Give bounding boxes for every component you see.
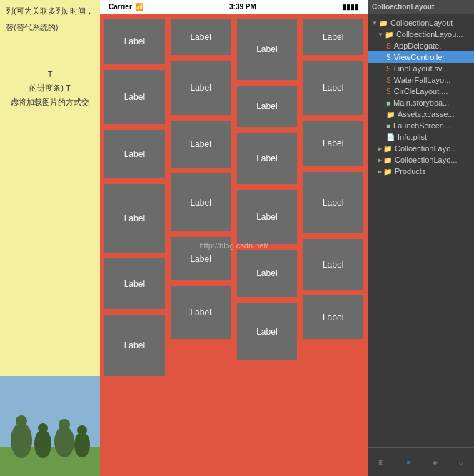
svg-point-2 [11, 422, 32, 458]
tree-item-label: ColloectionLayou... [396, 30, 463, 39]
tab-search[interactable]: ⌕ [456, 456, 465, 469]
triangle-icon: ▼ [372, 20, 378, 26]
tree-item-label: LaunchScreen... [393, 121, 450, 130]
list-item: Label [236, 131, 299, 186]
tree-item-assets[interactable]: 📁 Assets.xcasse... [368, 108, 474, 120]
time-display: 3:39 PM [229, 3, 256, 11]
tab-jump[interactable]: ⊞ [375, 456, 387, 469]
tree-item-label: Info.plist [398, 133, 427, 141]
wf-column-1: Label Label Label Label Label Label [169, 17, 233, 473]
list-item: Label [301, 171, 365, 235]
triangle-icon: ▶ [378, 157, 382, 163]
folder-icon: 📁 [383, 168, 392, 176]
xcode-tabs-bar: ⊞ ≡ ◈ ⌕ [368, 447, 474, 476]
battery-indicator: ▮▮▮▮ [342, 3, 359, 11]
tree-item-colloection-layout-root[interactable]: ▼ 📁 ColloectionLayout [368, 17, 474, 29]
plist-file-icon: 📄 [386, 133, 395, 141]
tree-item-colloection3[interactable]: ▶ 📁 ColloectionLayo... [368, 154, 474, 166]
note-text-5: 虑将加载图片的方式交 [6, 97, 94, 108]
note-text-3: T [6, 69, 94, 80]
tree-item-colloection2[interactable]: ▶ 📁 ColloectionLayo... [368, 143, 474, 154]
tree-item-label: LineLayout.sv... [394, 64, 448, 73]
tree-item-waterfalllayout[interactable]: S WaterFallLayo... [368, 74, 474, 86]
list-item: Label [103, 257, 166, 310]
phone-simulator: Carrier 📶 3:39 PM ▮▮▮▮ http://blog.csdn.… [100, 0, 368, 476]
tree-item-linelayout[interactable]: S LineLayout.sv... [368, 63, 474, 74]
list-item: Label [236, 84, 299, 128]
list-item: Label [301, 59, 365, 116]
file-tree[interactable]: ▼ 📁 ColloectionLayout ▼ 📁 ColloectionLay… [368, 14, 474, 447]
tree-item-mainstoryboard[interactable]: ■ Main.storyboa... [368, 97, 474, 108]
svg-point-8 [74, 432, 90, 457]
svg-point-4 [34, 430, 51, 458]
svg-point-9 [77, 425, 87, 435]
carrier-label: Carrier [109, 3, 132, 11]
wifi-icon: 📶 [135, 3, 143, 11]
list-item: Label [301, 119, 365, 168]
svg-point-6 [54, 426, 74, 457]
folder-icon: 📁 [385, 31, 393, 39]
collection-view: http://blog.csdn.net/ Label Label Label … [100, 14, 368, 476]
tree-item-label: WaterFallLayo... [394, 76, 451, 84]
list-item: Label [103, 69, 166, 126]
list-item: Label [103, 128, 166, 180]
swift-file-icon: S [386, 42, 391, 50]
note-text-1: 列(可为关联多列), 时间， [6, 6, 94, 16]
bird-illustration [0, 376, 100, 476]
xcode-file-tree-panel: ColloectionLayout ▼ 📁 ColloectionLayout … [368, 0, 474, 476]
note-text-4: 的进度条) T [6, 83, 94, 93]
tree-item-label: ColloectionLayo... [395, 144, 457, 153]
tab-files[interactable]: ≡ [403, 456, 413, 469]
folder-icon: 📁 [379, 19, 388, 27]
folder-icon: 📁 [383, 145, 392, 153]
triangle-icon: ▼ [378, 31, 383, 38]
tree-item-viewcontroller[interactable]: S ViewController [368, 51, 474, 63]
list-item: Label [169, 285, 233, 340]
triangle-icon: ▶ [378, 146, 382, 152]
tree-item-label: ViewController [394, 53, 445, 61]
file-tree-title: ColloectionLayout [372, 3, 434, 11]
svg-point-7 [59, 419, 70, 430]
tree-item-label: Products [395, 167, 425, 176]
swift-file-icon: S [386, 65, 391, 73]
storyboard-file-icon: ■ [386, 99, 390, 107]
waterfall-layout: Label Label Label Label Label Label Labe… [100, 14, 368, 476]
tree-item-launchscreen[interactable]: ■ LaunchScreen... [368, 120, 474, 131]
tree-item-label: ColloectionLayout [390, 19, 453, 27]
list-item: Label [301, 17, 365, 56]
list-item: Label [236, 17, 299, 81]
folder-icon: 📁 [383, 156, 392, 164]
list-item: Label [103, 313, 166, 378]
tree-item-colloection-layout-group[interactable]: ▼ 📁 ColloectionLayou... [368, 29, 474, 40]
list-item: Label [301, 294, 365, 340]
list-item: Label [236, 188, 299, 245]
svg-point-3 [16, 415, 27, 427]
list-item: Label [103, 183, 166, 254]
list-item: Label [169, 236, 233, 282]
swift-file-icon: S [386, 76, 391, 84]
tree-item-infoplist[interactable]: 📄 Info.plist [368, 131, 474, 143]
tree-item-appdelegate[interactable]: S AppDelegate. [368, 40, 474, 51]
swift-file-icon: S [386, 54, 391, 61]
triangle-icon: ▶ [378, 168, 382, 175]
svg-point-5 [38, 423, 48, 433]
list-item: Label [236, 301, 299, 362]
wf-column-3: Label Label Label Label Label Label [301, 17, 365, 473]
carrier-text: Carrier 📶 [109, 3, 143, 11]
left-note-panel: 列(可为关联多列), 时间， 替(替代系统的) T 的进度条) T 虑将加载图片… [0, 0, 100, 476]
list-item: Label [169, 59, 233, 116]
tree-item-circlelayout[interactable]: S CirCleLayout.... [368, 86, 474, 97]
tree-item-label: AppDelegate. [394, 41, 442, 50]
tree-item-products[interactable]: ▶ 📁 Products [368, 166, 474, 177]
tree-item-label: ColloectionLayo... [395, 156, 457, 164]
tree-item-label: Main.storyboa... [393, 98, 449, 107]
wf-column-2: Label Label Label Label Label Label [236, 17, 299, 473]
tab-symbols[interactable]: ◈ [430, 456, 440, 469]
list-item: Label [301, 238, 365, 291]
tree-item-label: Assets.xcasse... [398, 110, 454, 118]
list-item: Label [236, 248, 299, 298]
swift-file-icon: S [386, 88, 391, 96]
list-item: Label [169, 119, 233, 169]
folder-icon: 📁 [386, 111, 395, 118]
list-item: Label [169, 17, 233, 56]
